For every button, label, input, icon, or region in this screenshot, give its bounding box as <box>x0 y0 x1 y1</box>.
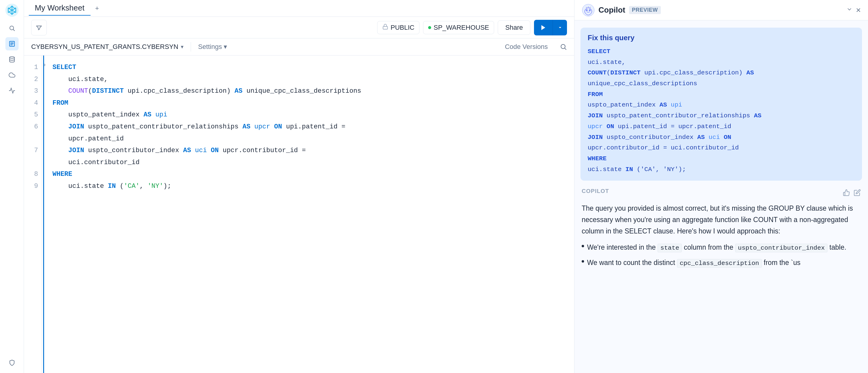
svg-point-29 <box>586 9 588 11</box>
tab-add-button[interactable]: + <box>92 3 102 14</box>
svg-point-16 <box>9 26 13 30</box>
bullet1-end: table. <box>829 243 846 251</box>
response-header: COPILOT <box>582 188 861 199</box>
bullet-item-2: We want to count the distinct cpc_class_… <box>582 257 861 269</box>
svg-point-30 <box>589 9 591 11</box>
code-content[interactable]: SELECT uci.state, COUNT(DISTINCT upi.cpc… <box>43 56 574 373</box>
thumbs-up-icon[interactable] <box>843 189 850 198</box>
copilot-close-button[interactable]: × <box>856 5 861 15</box>
share-button[interactable]: Share <box>498 21 530 35</box>
warehouse-status-dot <box>428 26 431 29</box>
svg-point-28 <box>582 4 594 16</box>
bullet2-prefix: We want to count the distinct <box>587 259 675 266</box>
copilot-dropdown-button[interactable] <box>846 6 852 14</box>
svg-line-27 <box>565 48 566 50</box>
preview-badge: PREVIEW <box>629 6 661 14</box>
warehouse-label: SP_WAREHOUSE <box>434 24 489 31</box>
editor-search-button[interactable] <box>560 43 567 50</box>
sidebar <box>0 0 24 373</box>
settings-label: Settings <box>198 43 222 51</box>
bullet-dot-2 <box>582 260 584 263</box>
svg-line-17 <box>13 29 14 31</box>
editor-toolbar: CYBERSYN_US_PATENT_GRANTS.CYBERSYN ▾ Set… <box>24 38 574 56</box>
copilot-header: Copilot PREVIEW × <box>575 0 868 21</box>
main-area: My Worksheet + PUBLIC <box>24 0 574 373</box>
schema-chevron-icon: ▾ <box>181 44 184 50</box>
filter-button[interactable] <box>31 20 47 35</box>
response-text: The query you provided is almost correct… <box>582 203 861 237</box>
sidebar-item-search[interactable] <box>5 22 19 35</box>
svg-rect-24 <box>383 26 388 29</box>
divider <box>191 42 191 52</box>
svg-point-22 <box>9 57 14 59</box>
edit-icon[interactable] <box>854 189 861 198</box>
copilot-title: Copilot <box>598 5 625 15</box>
collapse-arrow[interactable]: › <box>44 61 45 68</box>
sidebar-item-security[interactable] <box>5 356 19 369</box>
bullet-item-1: We're interested in the state column fro… <box>582 242 861 254</box>
bullet-dot <box>582 245 584 247</box>
sidebar-item-activity[interactable] <box>5 84 19 97</box>
copilot-panel: Copilot PREVIEW × Fix this query SELECT … <box>574 0 868 373</box>
run-button[interactable] <box>534 20 553 35</box>
tab-my-worksheet[interactable]: My Worksheet <box>29 1 91 16</box>
run-button-group <box>534 20 567 35</box>
snowflake-logo[interactable] <box>5 4 19 17</box>
code-versions-label: Code Versions <box>505 43 548 51</box>
response-bullet-list: We're interested in the state column fro… <box>582 242 861 268</box>
copilot-logo <box>582 4 595 17</box>
code-editor[interactable]: 1 2 3 4 5 6 7 8 9 › SELECT uci.state, CO… <box>24 56 574 373</box>
tab-bar: My Worksheet + <box>24 0 574 17</box>
copilot-header-actions: × <box>846 5 861 15</box>
database-label: PUBLIC <box>391 24 414 31</box>
settings-chevron-icon: ▾ <box>224 43 227 51</box>
sidebar-item-cloud[interactable] <box>5 68 19 82</box>
editor-container: CYBERSYN_US_PATENT_GRANTS.CYBERSYN ▾ Set… <box>24 38 574 373</box>
lock-icon <box>382 24 388 31</box>
bullet2-code: cpc_class_description <box>677 259 762 268</box>
bullet1-prefix: We're interested in the <box>587 243 656 251</box>
query-bubble: Fix this query SELECT uci.state, COUNT(D… <box>581 28 862 181</box>
bullet1-code2: uspto_contributor_index <box>735 244 828 252</box>
query-bubble-code: SELECT uci.state, COUNT(DISTINCT upi.cpc… <box>588 46 855 175</box>
response-actions <box>843 189 861 198</box>
svg-marker-25 <box>541 25 546 30</box>
line-numbers: 1 2 3 4 5 6 7 8 9 <box>24 56 42 373</box>
database-selector[interactable]: PUBLIC <box>377 21 420 34</box>
schema-label: CYBERSYN_US_PATENT_GRANTS.CYBERSYN <box>31 43 178 51</box>
toolbar: PUBLIC SP_WAREHOUSE Share <box>24 17 574 38</box>
schema-selector[interactable]: CYBERSYN_US_PATENT_GRANTS.CYBERSYN ▾ <box>31 43 184 51</box>
copilot-response: COPILOT The query you provided is almost… <box>575 188 868 279</box>
sidebar-item-data[interactable] <box>5 53 19 66</box>
tab-label: My Worksheet <box>35 3 85 12</box>
warehouse-selector[interactable]: SP_WAREHOUSE <box>423 21 494 34</box>
bullet2-suffix: from the `us <box>764 259 801 266</box>
run-dropdown-button[interactable] <box>553 20 567 35</box>
code-versions-button[interactable]: Code Versions <box>505 43 548 51</box>
bullet1-code: state <box>657 244 682 252</box>
svg-point-26 <box>561 45 565 49</box>
query-bubble-title: Fix this query <box>588 34 855 42</box>
copilot-response-label: COPILOT <box>582 188 609 195</box>
settings-button[interactable]: Settings ▾ <box>198 43 227 51</box>
sidebar-item-worksheet[interactable] <box>5 37 19 50</box>
bullet1-suffix: column from the <box>684 243 733 251</box>
